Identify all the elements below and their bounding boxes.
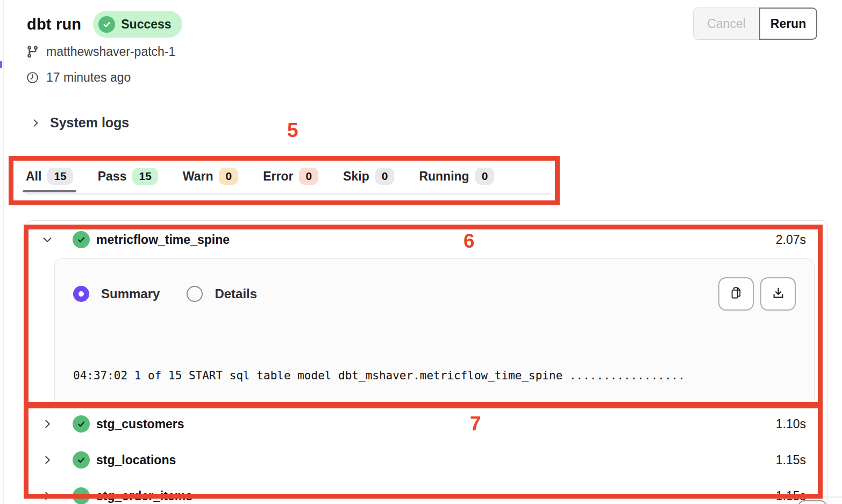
download-icon bbox=[771, 286, 786, 302]
download-logs-button[interactable] bbox=[760, 277, 796, 311]
success-check-icon bbox=[73, 487, 90, 504]
system-logs-label: System logs bbox=[50, 115, 129, 131]
tab-label: Skip bbox=[343, 169, 369, 184]
model-log-card: Summary Details bbox=[54, 258, 815, 406]
status-badge: Success bbox=[93, 11, 182, 38]
radio-unselected-icon[interactable] bbox=[187, 286, 203, 302]
success-check-icon bbox=[73, 451, 90, 469]
details-label: Details bbox=[215, 286, 257, 301]
tab-label: Pass bbox=[98, 169, 127, 184]
collapsed-model-rows: stg_customers 1.10s stg_locations 1.15s bbox=[26, 406, 827, 504]
model-row[interactable]: stg_locations 1.15s bbox=[26, 442, 827, 478]
status-label: Success bbox=[121, 17, 171, 32]
run-action-buttons: Cancel Rerun bbox=[693, 8, 817, 40]
status-tab[interactable]: Running 0 bbox=[419, 161, 494, 191]
status-tab[interactable]: All 15 bbox=[26, 161, 73, 191]
tab-label: Running bbox=[419, 169, 469, 184]
tab-count-badge: 0 bbox=[219, 168, 238, 185]
run-header: dbt run Success bbox=[27, 11, 182, 38]
status-tab[interactable]: Pass 15 bbox=[98, 161, 158, 191]
model-duration: 2.07s bbox=[776, 233, 806, 247]
log-entry: 04:37:02 1 of 15 START sql table model d… bbox=[73, 334, 796, 406]
model-name: stg_locations bbox=[96, 453, 176, 467]
page-title: dbt run bbox=[27, 16, 81, 33]
model-name: metricflow_time_spine bbox=[96, 233, 230, 247]
tab-count-badge: 15 bbox=[47, 168, 73, 185]
system-logs-toggle[interactable]: System logs bbox=[30, 115, 129, 131]
git-branch-icon bbox=[26, 45, 39, 59]
summary-radio[interactable]: Summary bbox=[73, 286, 160, 302]
model-row[interactable]: stg_order_items 1.15s bbox=[26, 478, 827, 504]
model-name: stg_customers bbox=[96, 417, 184, 431]
page-left-border bbox=[3, 0, 4, 504]
partial-button-bottom[interactable] bbox=[798, 500, 827, 504]
copy-icon bbox=[729, 286, 744, 302]
row-divider-fragment bbox=[822, 496, 842, 498]
tab-label: All bbox=[26, 169, 41, 184]
status-tab[interactable]: Warn 0 bbox=[183, 161, 238, 191]
model-duration: 1.15s bbox=[776, 453, 806, 467]
chevron-right-icon[interactable] bbox=[41, 490, 54, 502]
clock-icon bbox=[26, 71, 39, 84]
scroll-indicator-tick bbox=[0, 61, 2, 68]
annotation-label-5: 5 bbox=[287, 119, 298, 142]
chevron-right-icon[interactable] bbox=[41, 418, 54, 430]
tab-label: Error bbox=[263, 169, 293, 184]
cancel-button[interactable]: Cancel bbox=[693, 8, 759, 40]
status-tabs: All 15 Pass 15 Warn 0 Error 0 Skip 0 Run… bbox=[26, 161, 551, 195]
tab-count-badge: 15 bbox=[132, 168, 158, 185]
branch-row: matthewshaver-patch-1 bbox=[26, 45, 175, 59]
details-radio[interactable]: Details bbox=[187, 286, 257, 302]
rerun-button[interactable]: Rerun bbox=[759, 8, 817, 40]
check-icon bbox=[98, 16, 115, 33]
model-duration: 1.10s bbox=[776, 417, 806, 431]
radio-selected-icon[interactable] bbox=[73, 286, 89, 302]
summary-label: Summary bbox=[101, 286, 160, 301]
copy-logs-button[interactable] bbox=[718, 277, 754, 311]
log-line: 04:37:02 1 of 15 START sql table model d… bbox=[73, 368, 796, 384]
chevron-down-icon[interactable] bbox=[41, 234, 54, 246]
model-results-list: metricflow_time_spine 2.07s Summary Deta… bbox=[26, 220, 828, 504]
run-time-ago: 17 minutes ago bbox=[46, 70, 131, 85]
status-tab[interactable]: Skip 0 bbox=[343, 161, 394, 191]
expanded-model-row[interactable]: metricflow_time_spine 2.07s bbox=[26, 221, 827, 258]
tab-count-badge: 0 bbox=[299, 168, 318, 185]
model-log-output: 04:37:02 1 of 15 START sql table model d… bbox=[73, 334, 796, 406]
chevron-right-icon bbox=[30, 118, 41, 128]
status-tab[interactable]: Error 0 bbox=[263, 161, 318, 191]
time-row: 17 minutes ago bbox=[26, 70, 131, 85]
chevron-right-icon[interactable] bbox=[41, 454, 54, 466]
branch-name: matthewshaver-patch-1 bbox=[46, 45, 175, 59]
tab-count-badge: 0 bbox=[475, 168, 495, 185]
tab-count-badge: 0 bbox=[375, 168, 395, 185]
success-check-icon bbox=[73, 415, 90, 433]
model-name: stg_order_items bbox=[96, 489, 192, 503]
tab-label: Warn bbox=[183, 169, 213, 184]
model-row[interactable]: stg_customers 1.10s bbox=[26, 406, 827, 442]
success-check-icon bbox=[73, 231, 90, 248]
